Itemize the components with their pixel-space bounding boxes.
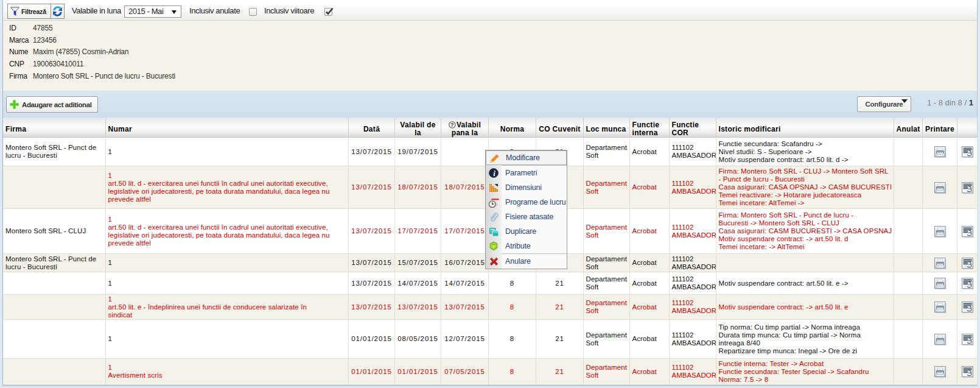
svg-text:?: ? (450, 122, 454, 128)
svg-text:i: i (493, 169, 495, 178)
